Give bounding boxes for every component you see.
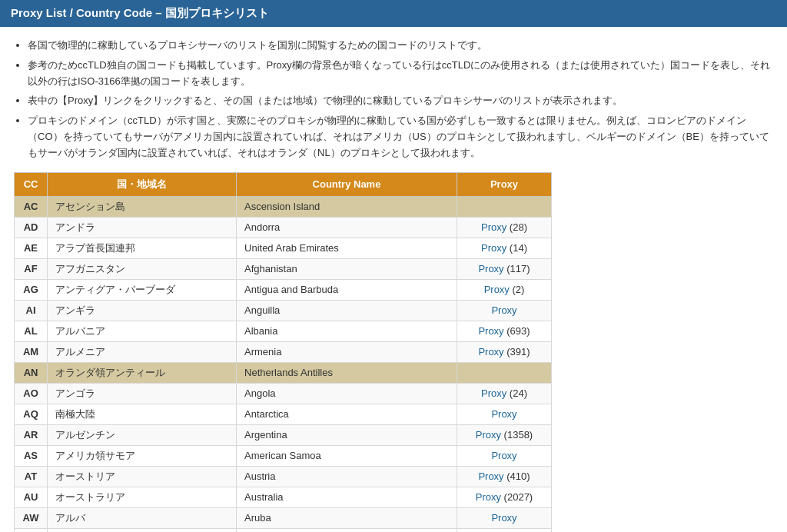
table-row: AXオーランド諸島(スウェーデン自治領)Aland IslandsProxy	[15, 528, 552, 532]
cell-proxy: Proxy (410)	[457, 466, 551, 487]
proxy-count: (693)	[504, 325, 530, 337]
proxy-count: (14)	[506, 242, 527, 254]
proxy-count: (117)	[504, 263, 530, 274]
cell-en: Antarctica	[237, 404, 457, 424]
cell-jp: アンドラ	[48, 217, 237, 238]
cell-cc: AU	[15, 487, 48, 507]
proxy-link[interactable]: Proxy	[481, 242, 506, 254]
cell-proxy	[457, 362, 551, 383]
proxy-link[interactable]: Proxy	[478, 263, 503, 274]
proxy-link[interactable]: Proxy	[476, 491, 501, 503]
cell-cc: AF	[15, 258, 48, 279]
cell-en: Australia	[237, 487, 457, 507]
country-table: CC 国・地域名 Country Name Proxy ACアセンション島Asc…	[14, 172, 552, 532]
cell-cc: AD	[15, 217, 48, 238]
table-row: AGアンティグア・バーブーダAntigua and BarbudaProxy (…	[15, 279, 552, 300]
cell-cc: AM	[15, 341, 48, 362]
header-proxy: Proxy	[457, 172, 551, 196]
table-row: ARアルゼンチンArgentinaProxy (1358)	[15, 424, 552, 445]
proxy-count: (1358)	[501, 429, 533, 441]
proxy-link[interactable]: Proxy	[481, 221, 506, 233]
proxy-count: (2)	[510, 284, 525, 295]
table-row: AFアフガニスタンAfghanistanProxy (117)	[15, 258, 552, 279]
intro-bullets: 各国で物理的に稼動しているプロキシサーバのリストを国別に閲覧するための国コードの…	[14, 38, 773, 161]
page-title: Proxy List / Country Code – 国別プロキシリスト	[11, 6, 269, 19]
cell-en: Ascension Island	[237, 196, 457, 217]
table-row: AQ南極大陸AntarcticaProxy	[15, 404, 552, 424]
table-row: ANオランダ領アンティールNetherlands Antilles	[15, 362, 552, 383]
table-row: ATオーストリアAustriaProxy (410)	[15, 466, 552, 487]
cell-jp: アルバニア	[48, 321, 237, 341]
table-row: AMアルメニアArmeniaProxy (391)	[15, 341, 552, 362]
cell-cc: AI	[15, 300, 48, 321]
cell-proxy: Proxy (28)	[457, 217, 551, 238]
cell-en: Armenia	[237, 341, 457, 362]
cell-en: Aland Islands	[237, 528, 457, 532]
cell-proxy: Proxy (24)	[457, 383, 551, 404]
proxy-link[interactable]: Proxy	[491, 408, 516, 420]
cell-jp: アフガニスタン	[48, 258, 237, 279]
proxy-count: (28)	[506, 221, 527, 233]
cell-proxy: Proxy	[457, 528, 551, 532]
cell-proxy: Proxy	[457, 300, 551, 321]
cell-jp: アルゼンチン	[48, 424, 237, 445]
cell-en: United Arab Emirates	[237, 238, 457, 258]
cell-proxy: Proxy	[457, 445, 551, 466]
cell-proxy	[457, 196, 551, 217]
intro-bullet-item: 参考のためccTLD独自の国コードも掲載しています。Proxy欄の背景色が暗くな…	[28, 58, 773, 90]
proxy-link[interactable]: Proxy	[478, 346, 503, 357]
cell-proxy: Proxy	[457, 507, 551, 528]
cell-en: Antigua and Barbuda	[237, 279, 457, 300]
proxy-count: (2027)	[501, 491, 533, 503]
proxy-link[interactable]: Proxy	[491, 450, 516, 461]
proxy-link[interactable]: Proxy	[478, 470, 503, 482]
cell-cc: AR	[15, 424, 48, 445]
cell-cc: AO	[15, 383, 48, 404]
cell-proxy: Proxy	[457, 404, 551, 424]
table-row: AEアラブ首長国連邦United Arab EmiratesProxy (14)	[15, 238, 552, 258]
cell-jp: オーストラリア	[48, 487, 237, 507]
main-content: 各国で物理的に稼動しているプロキシサーバのリストを国別に閲覧するための国コードの…	[0, 27, 787, 532]
cell-cc: AL	[15, 321, 48, 341]
cell-cc: AX	[15, 528, 48, 532]
cell-cc: AT	[15, 466, 48, 487]
cell-en: Andorra	[237, 217, 457, 238]
cell-proxy: Proxy (391)	[457, 341, 551, 362]
proxy-link[interactable]: Proxy	[491, 512, 516, 524]
cell-jp: アルバ	[48, 507, 237, 528]
proxy-link[interactable]: Proxy	[476, 429, 501, 441]
cell-en: Argentina	[237, 424, 457, 445]
cell-jp: アンゴラ	[48, 383, 237, 404]
cell-jp: オーランド諸島(スウェーデン自治領)	[48, 528, 237, 532]
cell-cc: AE	[15, 238, 48, 258]
proxy-link[interactable]: Proxy	[478, 325, 503, 337]
cell-en: Angola	[237, 383, 457, 404]
proxy-count: (24)	[506, 387, 527, 399]
proxy-link[interactable]: Proxy	[481, 387, 506, 399]
header-jp: 国・地域名	[48, 172, 237, 196]
cell-jp: アセンション島	[48, 196, 237, 217]
cell-jp: オランダ領アンティール	[48, 362, 237, 383]
cell-jp: アルメニア	[48, 341, 237, 362]
table-row: AOアンゴラAngolaProxy (24)	[15, 383, 552, 404]
table-row: ASアメリカ領サモアAmerican SamoaProxy	[15, 445, 552, 466]
table-row: ACアセンション島Ascension Island	[15, 196, 552, 217]
cell-proxy: Proxy (2)	[457, 279, 551, 300]
proxy-link[interactable]: Proxy	[484, 284, 510, 295]
header-en: Country Name	[237, 172, 457, 196]
cell-en: American Samoa	[237, 445, 457, 466]
cell-en: Aruba	[237, 507, 457, 528]
cell-proxy: Proxy (117)	[457, 258, 551, 279]
header-cc: CC	[15, 172, 48, 196]
cell-jp: 南極大陸	[48, 404, 237, 424]
country-table-wrapper: CC 国・地域名 Country Name Proxy ACアセンション島Asc…	[14, 172, 773, 532]
cell-en: Netherlands Antilles	[237, 362, 457, 383]
table-row: ALアルバニアAlbaniaProxy (693)	[15, 321, 552, 341]
cell-proxy: Proxy (14)	[457, 238, 551, 258]
cell-en: Anguilla	[237, 300, 457, 321]
proxy-link[interactable]: Proxy	[491, 304, 516, 316]
cell-cc: AN	[15, 362, 48, 383]
cell-en: Albania	[237, 321, 457, 341]
cell-en: Austria	[237, 466, 457, 487]
table-row: ADアンドラAndorraProxy (28)	[15, 217, 552, 238]
